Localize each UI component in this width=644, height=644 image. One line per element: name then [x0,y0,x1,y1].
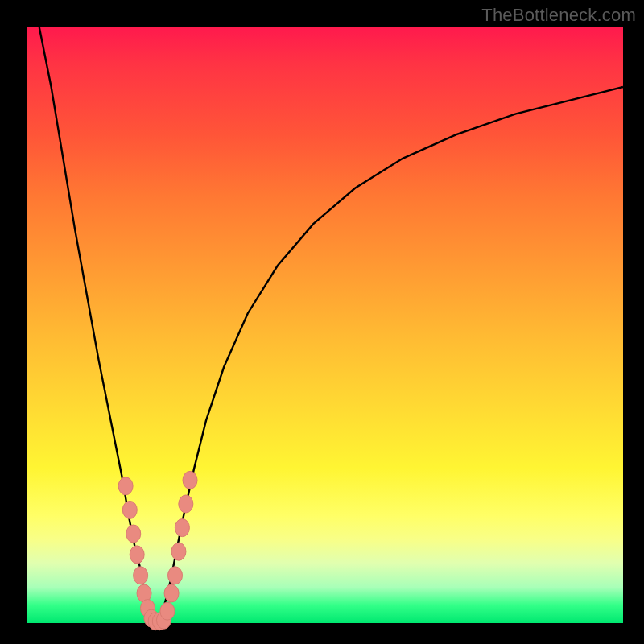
chart-frame: TheBottleneck.com [0,0,644,644]
valley-marker [183,471,197,489]
valley-marker [134,567,148,584]
valley-marker [122,501,137,518]
valley-marker [164,584,179,602]
marker-group [118,471,197,630]
valley-marker [168,567,183,584]
valley-marker [171,543,186,560]
right-curve [159,87,623,623]
chart-svg [27,27,623,623]
plot-area [27,27,623,623]
valley-marker [160,602,175,620]
valley-marker [175,519,189,537]
valley-marker [126,525,141,543]
watermark-text: TheBottleneck.com [481,5,636,26]
valley-marker [130,546,144,564]
valley-marker [118,477,133,495]
valley-marker [179,495,193,513]
